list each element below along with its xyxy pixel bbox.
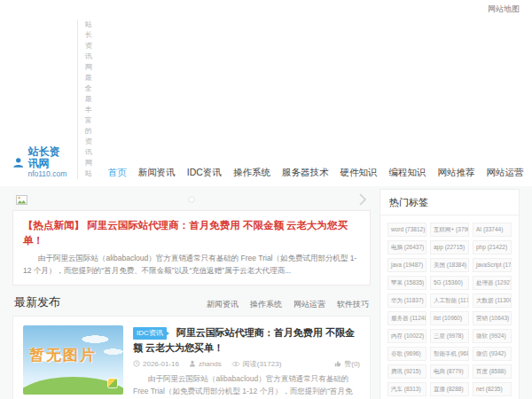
latest-tabs: 新闻资讯 操作系统 网站运营 软件技巧 (207, 299, 369, 310)
broken-image-icon (16, 195, 27, 205)
hot-tags-title: 热门标签 (380, 190, 519, 215)
tagline-line2: 最全最丰富的资讯网站 (85, 73, 92, 179)
tag-item[interactable]: 美国 (18384) (430, 258, 469, 272)
nav-item[interactable]: 新闻资讯 (138, 167, 176, 179)
tag-item[interactable]: 互联网+ (37964) (430, 223, 469, 237)
no-image-placeholder-text: 暂无图片 (29, 345, 97, 365)
sidebar: 热门标签 word (73812) 互联网+ (37964) AI (33744… (379, 189, 520, 399)
tag-item[interactable]: word (73812) (387, 223, 426, 237)
tag-item[interactable]: 直播 (8288) (430, 382, 469, 396)
nav-item[interactable]: 硬件知识 (340, 167, 377, 179)
latest-section-head: 最新发布 新闻资讯 操作系统 网站运营 软件技巧 (14, 294, 369, 310)
clock-icon (133, 360, 140, 367)
latest-tab[interactable]: 操作系统 (250, 299, 282, 310)
sitemap-link[interactable]: 网站地图 (488, 4, 520, 13)
main-content: 【热点新闻】 阿里云国际站代理商：首月免费用 不限金额 云老大为您买单！ 由于阿… (0, 186, 532, 399)
tag-item[interactable]: javaScript (17290) (473, 258, 512, 272)
hot-news-card: 【热点新闻】 阿里云国际站代理商：首月免费用 不限金额 云老大为您买单！ 由于阿… (12, 210, 371, 286)
site-header: 站长资讯网 nfo110.com 站长资讯网 最全最丰富的资讯网站 首页 新闻资… (0, 17, 532, 186)
latest-tab[interactable]: 新闻资讯 (207, 299, 239, 310)
article-date-wrap: 2026-01-16 (133, 360, 179, 368)
hot-news-badge: 【热点新闻】 (23, 220, 84, 231)
article-excerpt: 由于阿里云国际站（alibabacloud）官方直销通常只有基础的 Free T… (133, 372, 360, 399)
tag-item[interactable]: 腾讯 (9215) (387, 364, 426, 379)
tag-item[interactable]: 微信 (9342) (473, 347, 512, 361)
tag-item[interactable]: 汽车 (8313) (387, 382, 426, 396)
tag-item[interactable]: 三星 (9978) (430, 329, 469, 343)
latest-section-title: 最新发布 (14, 294, 60, 310)
article-list-item: 暂无图片 IDC资讯 阿里云国际站代理商：首月免费用 不限金额 云老大为您买单！ (13, 317, 370, 399)
eye-icon (231, 361, 240, 367)
user-icon (189, 360, 196, 367)
logo-icon (12, 155, 24, 170)
tag-item[interactable]: net (8235) (473, 382, 512, 396)
chevron-right-icon (358, 192, 367, 207)
slider-next-button[interactable] (358, 192, 367, 207)
tag-item[interactable]: 营销 (10643) (473, 311, 512, 325)
logo-domain: nfo110.com (27, 170, 69, 179)
tag-item[interactable]: 内存 (10022) (387, 329, 426, 343)
nav-item[interactable]: 服务器技术 (282, 167, 329, 179)
latest-tab[interactable]: 网站运营 (293, 299, 325, 310)
tag-item[interactable]: AI (33744) (473, 223, 512, 237)
tag-item[interactable]: 谷歌 (9696) (387, 347, 426, 361)
hot-tags-card: 热门标签 word (73812) 互联网+ (37964) AI (33744… (379, 189, 520, 399)
tag-item[interactable]: 电商 (8779) (430, 364, 469, 379)
nav-item[interactable]: 网站推荐 (437, 167, 474, 179)
tag-item[interactable]: list (10960) (430, 311, 469, 325)
logo-text: 站长资讯网 nfo110.com (27, 146, 69, 179)
article-title[interactable]: IDC资讯 阿里云国际站代理商：首月免费用 不限金额 云老大为您买单！ (133, 325, 360, 356)
article-author: zhands (199, 360, 222, 368)
main-nav: 首页 新闻资讯 IDC资讯 操作系统 服务器技术 硬件知识 编程知识 网站推荐 … (108, 167, 532, 179)
topbar: 网站地图 (0, 0, 532, 17)
nav-item[interactable]: 网站运营 (486, 167, 523, 179)
thumb-sticker-icon (108, 379, 117, 387)
left-column: 【热点新闻】 阿里云国际站代理商：首月免费用 不限金额 云老大为您买单！ 由于阿… (12, 189, 371, 399)
tag-item[interactable]: java (19487) (387, 258, 426, 272)
article-thumbnail[interactable]: 暂无图片 (23, 325, 123, 395)
article-body: IDC资讯 阿里云国际站代理商：首月免费用 不限金额 云老大为您买单！ 2026… (133, 325, 360, 399)
tag-item[interactable]: 服务器 (11248) (387, 311, 426, 325)
tag-item[interactable]: 大数据 (11300) (473, 293, 512, 308)
tag-item[interactable]: app (22715) (430, 240, 469, 254)
tag-item[interactable]: 百度 (8588) (473, 364, 512, 379)
logo-title: 站长资讯网 (27, 146, 69, 171)
tag-item[interactable]: 电脑 (26437) (387, 240, 426, 254)
category-badge[interactable]: IDC资讯 (133, 327, 167, 340)
article-author-wrap[interactable]: zhands (189, 360, 222, 368)
nav-item[interactable]: 首页 (108, 167, 127, 179)
article-views-wrap: 阅读(31723) (231, 359, 282, 369)
tag-item[interactable]: php (21422) (473, 240, 512, 254)
slider-dot[interactable] (190, 198, 194, 202)
nav-wrap: 首页 新闻资讯 IDC资讯 操作系统 服务器技术 硬件知识 编程知识 网站推荐 … (108, 167, 532, 179)
article-date: 2026-01-16 (143, 360, 179, 368)
site-logo[interactable]: 站长资讯网 nfo110.com (12, 146, 70, 179)
latest-tab[interactable]: 软件技巧 (337, 299, 369, 310)
article-meta: 2026-01-16 zhands (133, 359, 360, 369)
tag-item[interactable]: 5G (15360) (430, 276, 469, 290)
tagline-line1: 站长资讯网 (85, 20, 92, 73)
tag-item[interactable]: 华为 (11837) (387, 293, 426, 308)
tag-item[interactable]: 苹果 (15835) (387, 276, 426, 290)
nav-item[interactable]: IDC资讯 (187, 167, 222, 179)
tag-item[interactable]: 智能手机 (9681) (430, 347, 469, 361)
nav-item[interactable]: 操作系统 (233, 167, 270, 179)
tag-item[interactable]: 微软 (9924) (473, 329, 512, 343)
banner-slider (12, 189, 371, 210)
nav-item[interactable]: 编程知识 (388, 167, 426, 179)
article-views: 阅读(31723) (243, 359, 282, 369)
site-tagline: 站长资讯网 最全最丰富的资讯网站 (77, 20, 92, 179)
like-button[interactable]: 赞(0) (334, 359, 360, 369)
tag-item[interactable]: 处理器 (12927) (473, 276, 512, 290)
tag-item[interactable]: 人工智能 (11723) (430, 293, 469, 308)
like-count: 赞(0) (344, 359, 360, 369)
article-list: 暂无图片 IDC资讯 阿里云国际站代理商：首月免费用 不限金额 云老大为您买单！ (12, 316, 371, 399)
thumbs-up-icon (334, 360, 341, 367)
hot-news-excerpt: 由于阿里云国际站（alibabacloud）官方直销通常只有基础的 Free T… (23, 252, 360, 278)
hot-news-title[interactable]: 【热点新闻】 阿里云国际站代理商：首月免费用 不限金额 云老大为您买单！ (23, 218, 360, 249)
tag-cloud: word (73812) 互联网+ (37964) AI (33744) 电脑 … (380, 215, 519, 399)
